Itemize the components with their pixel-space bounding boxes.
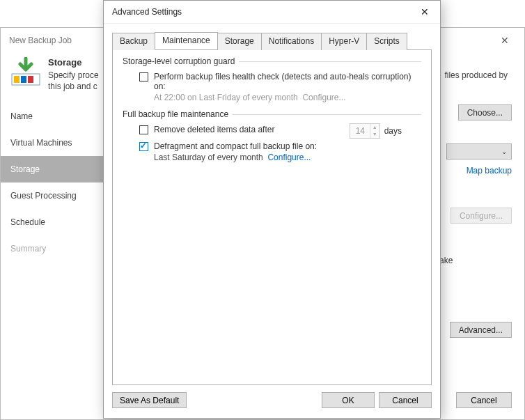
nav-item-schedule[interactable]: Schedule: [1, 209, 107, 235]
nav-item-summary[interactable]: Summary: [1, 235, 107, 262]
cancel-button[interactable]: Cancel: [456, 392, 512, 408]
days-value: 14: [356, 126, 365, 136]
nav-item-guest-processing[interactable]: Guest Processing: [1, 182, 107, 209]
dropdown[interactable]: ⌄: [446, 143, 512, 160]
defragment-option: Defragment and compact full backup file …: [139, 141, 421, 162]
chevron-up-icon[interactable]: ▲: [370, 124, 379, 131]
wizard-title: New Backup Job: [9, 36, 72, 45]
wizard-footer: Cancel: [456, 392, 512, 408]
health-check-schedule: At 22:00 on Last Friday of every month C…: [154, 93, 421, 102]
save-as-default-button[interactable]: Save As Default: [112, 392, 187, 408]
remove-deleted-label: Remove deleted items data after: [154, 125, 274, 134]
svg-rect-2: [21, 76, 26, 83]
defragment-configure-link[interactable]: Configure...: [267, 153, 311, 162]
divider: [239, 61, 421, 62]
tab-maintenance[interactable]: Maintenance: [155, 32, 218, 49]
health-check-checkbox[interactable]: [139, 72, 148, 81]
tab-notifications[interactable]: Notifications: [261, 33, 322, 50]
defragment-checkbox[interactable]: [139, 142, 148, 151]
tab-scripts[interactable]: Scripts: [366, 33, 407, 50]
map-backup-link[interactable]: Map backup: [467, 166, 512, 176]
health-check-option: Perform backup files health check (detec…: [139, 72, 421, 102]
tab-backup[interactable]: Backup: [112, 33, 155, 50]
health-check-configure-link: Configure...: [302, 93, 345, 102]
nav-item-name[interactable]: Name: [1, 103, 107, 130]
dialog-title: Advanced Settings: [112, 7, 182, 17]
tab-storage[interactable]: Storage: [217, 33, 262, 50]
chevron-down-icon: ⌄: [501, 148, 507, 155]
group-label: Storage-level corruption guard: [123, 56, 235, 66]
group-label: Full backup file maintenance: [123, 109, 228, 119]
health-check-label: Perform backup files health check (detec…: [154, 72, 421, 91]
tab-hyper-v[interactable]: Hyper-V: [321, 33, 367, 50]
advanced-settings-dialog: Advanced Settings ✕ Backup Maintenance S…: [103, 0, 441, 419]
tab-strip: Backup Maintenance Storage Notifications…: [104, 24, 440, 50]
wizard-nav: Name Virtual Machines Storage Guest Proc…: [1, 103, 107, 262]
defragment-schedule: Last Saturday of every month Configure..…: [154, 153, 421, 162]
svg-rect-3: [28, 76, 33, 83]
group-corruption-guard: Storage-level corruption guard: [123, 56, 421, 66]
advanced-button[interactable]: Advanced...: [450, 322, 512, 338]
group-full-backup-maintenance: Full backup file maintenance: [123, 109, 421, 119]
ok-button[interactable]: OK: [322, 392, 375, 408]
close-icon[interactable]: ✕: [492, 31, 517, 50]
nav-item-storage[interactable]: Storage: [1, 156, 107, 182]
dialog-footer: Save As Default OK Cancel: [104, 385, 440, 418]
days-label: days: [384, 126, 402, 136]
divider: [233, 114, 421, 115]
storage-icon: [10, 57, 41, 88]
remove-deleted-option: Remove deleted items data after 14 ▲▼ da…: [139, 125, 421, 134]
dialog-titlebar: Advanced Settings ✕: [104, 1, 440, 24]
choose-button[interactable]: Choose...: [458, 104, 512, 120]
spinner-buttons[interactable]: ▲▼: [370, 124, 379, 138]
days-spinner[interactable]: 14 ▲▼: [350, 123, 380, 139]
nav-item-virtual-machines[interactable]: Virtual Machines: [1, 130, 107, 156]
close-icon[interactable]: ✕: [409, 1, 440, 23]
cancel-button[interactable]: Cancel: [379, 392, 432, 408]
defragment-label: Defragment and compact full backup file …: [154, 141, 317, 151]
chevron-down-icon[interactable]: ▼: [370, 131, 379, 138]
svg-rect-1: [14, 76, 19, 83]
configure-button: Configure...: [450, 208, 512, 224]
remove-deleted-checkbox[interactable]: [139, 125, 148, 134]
maintenance-panel: Storage-level corruption guard Perform b…: [112, 49, 432, 385]
